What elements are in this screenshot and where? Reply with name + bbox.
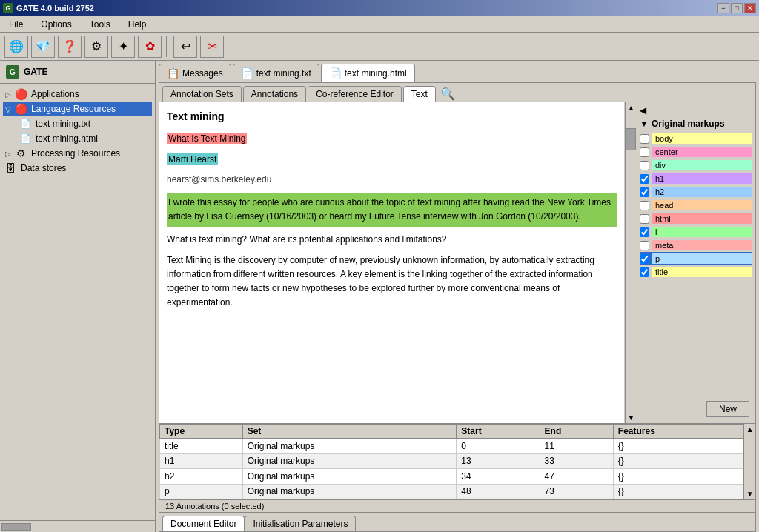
markup-label-h1: h1 [652, 173, 752, 184]
markup-collapse-arrow[interactable]: ◀ [640, 105, 650, 116]
tab-messages[interactable]: 📋 Messages [159, 64, 231, 82]
titlebar-left: G GATE 4.0 build 2752 [3, 3, 94, 13]
col-set: Set [242, 425, 457, 439]
tab-init-params[interactable]: Initialisation Parameters [245, 516, 356, 531]
sub-tab-annotations[interactable]: Annotations [243, 86, 306, 102]
sub-tab-text-label: Text [411, 89, 428, 99]
file-html-icon: 📄 [18, 133, 33, 144]
annotations-area: Type Set Start End Features title Origin… [159, 423, 755, 512]
table-row[interactable]: h2 Original markups 34 47 {} [160, 469, 743, 485]
toolbar-btn-gem[interactable]: 💎 [31, 36, 55, 58]
menu-help[interactable]: Help [122, 18, 153, 31]
language-resources-label: Language Resources [31, 104, 116, 114]
tree-item-language-resources[interactable]: ▽ 🔴 Language Resources [3, 102, 152, 116]
menu-file[interactable]: File [3, 18, 29, 31]
tree-item-data-stores[interactable]: 🗄 Data stores [3, 161, 152, 176]
markup-label-i: i [652, 227, 752, 237]
table-row[interactable]: h1 Original markups 13 33 {} [160, 453, 743, 469]
applications-icon: 🔴 [13, 88, 28, 100]
scroll-up-arrow[interactable]: ▲ [626, 102, 637, 113]
markup-header-label: Original markups [652, 119, 725, 129]
tree-item-applications[interactable]: ▷ 🔴 Applications [3, 87, 152, 102]
tree-toggle-processing[interactable]: ▷ [3, 150, 13, 158]
doc-highlight-what-is: What Is Text Mining [167, 133, 247, 144]
tab-txt-label: text mining.txt [256, 68, 311, 79]
close-button[interactable]: ✕ [744, 3, 756, 13]
markup-item-body: body [640, 132, 752, 145]
row3-end: 47 [540, 469, 613, 485]
markup-checkbox-title[interactable] [640, 267, 649, 277]
tab-document-editor[interactable]: Document Editor [162, 516, 245, 531]
toolbar-btn-help[interactable]: ❓ [58, 36, 82, 58]
col-start: Start [457, 425, 540, 439]
toolbar-btn-cut[interactable]: ✂ [200, 36, 224, 58]
applications-label: Applications [31, 89, 79, 99]
tab-txt-icon: 📄 [241, 67, 253, 79]
tree-item-text-mining-txt[interactable]: 📄 text mining.txt [18, 116, 152, 131]
row3-features: {} [613, 469, 743, 485]
markup-item-i: i [640, 225, 752, 239]
ann-scroll-down[interactable]: ▼ [745, 488, 755, 499]
table-row[interactable]: p Original markups 48 73 {} [160, 484, 743, 499]
gate-label: GATE [24, 67, 47, 77]
markup-checkbox-center[interactable] [640, 147, 649, 157]
tree-toggle-applications[interactable]: ▷ [3, 90, 13, 99]
scroll-down-arrow[interactable]: ▼ [626, 412, 637, 423]
toolbar-btn-back[interactable]: ↩ [173, 36, 197, 58]
doc-para-4: hearst@sims.berkeley.edu [167, 173, 617, 187]
tree-item-text-mining-html[interactable]: 📄 text mining.html [18, 131, 152, 146]
maximize-button[interactable]: □ [731, 3, 743, 13]
row4-set: Original markups [242, 484, 457, 499]
new-button[interactable]: New [706, 401, 749, 417]
toolbar-btn-star[interactable]: ✦ [111, 36, 135, 58]
toolbar: 🌐 💎 ❓ ⚙ ✦ ✿ ↩ ✂ [0, 33, 759, 61]
tab-document-editor-label: Document Editor [170, 519, 236, 529]
row1-type: title [160, 439, 243, 454]
scroll-thumb-v [626, 128, 636, 150]
tab-bar: 📋 Messages 📄 text mining.txt 📄 text mini… [156, 61, 759, 82]
row2-end: 33 [540, 453, 613, 469]
scroll-track [626, 113, 637, 412]
markup-checkbox-p[interactable] [640, 254, 649, 264]
search-icon[interactable]: 🔍 [440, 87, 455, 101]
markup-checkbox-div[interactable] [640, 161, 649, 170]
markup-checkbox-h1[interactable] [640, 174, 649, 184]
annotations-scrollbar[interactable]: ▲ ▼ [743, 424, 755, 499]
tree-item-processing-resources[interactable]: ▷ ⚙ Processing Resources [3, 146, 152, 161]
tab-text-mining-html[interactable]: 📄 text mining.html [321, 64, 415, 82]
markup-header: ▼ Original markups [640, 116, 752, 132]
markup-label-head: head [652, 200, 752, 210]
toolbar-btn-globe[interactable]: 🌐 [4, 36, 28, 58]
markup-checkbox-meta[interactable] [640, 241, 649, 250]
doc-scrollbar[interactable]: ▲ ▼ [625, 102, 637, 423]
markup-checkbox-body[interactable] [640, 134, 649, 144]
markup-checkbox-html[interactable] [640, 214, 649, 224]
markup-label-p[interactable]: p [652, 253, 752, 264]
left-panel-scrollbar[interactable] [0, 520, 155, 532]
markup-item-h1: h1 [640, 172, 752, 185]
language-resources-children: 📄 text mining.txt 📄 text mining.html [3, 116, 152, 146]
toolbar-btn-gear[interactable]: ⚙ [84, 36, 108, 58]
markup-checkbox-head[interactable] [640, 201, 649, 210]
ann-scroll-up[interactable]: ▲ [745, 424, 755, 435]
col-type: Type [160, 425, 243, 439]
tab-text-mining-txt[interactable]: 📄 text mining.txt [233, 64, 319, 82]
menu-bar: File Options Tools Help [0, 16, 759, 33]
sub-tab-text[interactable]: Text [403, 86, 436, 102]
markup-checkbox-h2[interactable] [640, 187, 649, 197]
sub-tab-annotation-sets[interactable]: Annotation Sets [162, 86, 242, 102]
tree-toggle-lang[interactable]: ▽ [3, 105, 13, 113]
markup-label-html: html [652, 213, 752, 224]
table-row[interactable]: title Original markups 0 11 {} [160, 439, 743, 454]
minimize-button[interactable]: − [717, 3, 729, 13]
menu-options[interactable]: Options [35, 18, 77, 31]
left-panel: G GATE ▷ 🔴 Applications ▽ 🔴 Language Res… [0, 61, 156, 532]
sub-tab-coreference[interactable]: Co-reference Editor [308, 86, 402, 102]
markup-checkbox-i[interactable] [640, 227, 649, 237]
col-features: Features [613, 425, 743, 439]
menu-tools[interactable]: Tools [84, 18, 116, 31]
toolbar-btn-flower[interactable]: ✿ [138, 36, 162, 58]
window-controls[interactable]: − □ ✕ [717, 3, 756, 13]
app-icon: G [3, 3, 13, 13]
markup-expand-arrow[interactable]: ▼ [640, 119, 649, 129]
